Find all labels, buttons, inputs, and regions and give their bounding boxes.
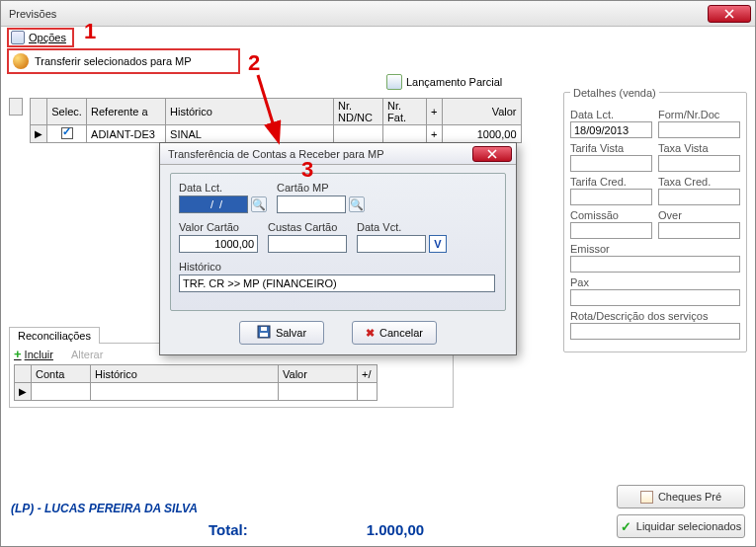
cancelar-button[interactable]: ✖ Cancelar (352, 321, 437, 345)
recon-row-marker: ▶ (15, 383, 32, 401)
close-button[interactable] (708, 5, 751, 23)
annotation-3: 3 (301, 157, 313, 183)
opcoes-button[interactable]: Opções (7, 28, 74, 47)
annotation-2: 2 (248, 50, 260, 76)
annotation-1: 1 (84, 19, 96, 44)
cell-plus: + (427, 125, 442, 143)
opcoes-label: Opções (29, 32, 66, 43)
col-historico[interactable]: Histórico (166, 99, 334, 125)
modal-data-vct-input[interactable] (357, 235, 426, 253)
rota-label: Rota/Descrição dos serviços (570, 310, 740, 322)
recon-title: Reconciliações (9, 327, 100, 344)
cancel-icon: ✖ (366, 327, 375, 340)
comissao-input[interactable] (570, 222, 652, 239)
tarifa-cred-input[interactable] (570, 189, 652, 205)
tarifa-vista-label: Tarifa Vista (570, 142, 652, 154)
checkbox-icon[interactable] (61, 127, 73, 139)
liquidar-button[interactable]: ✓ Liquidar selecionados (617, 514, 745, 538)
modal-valor-cartao-input[interactable] (179, 235, 258, 253)
document-icon (11, 31, 25, 44)
tarifa-cred-label: Tarifa Cred. (570, 176, 652, 188)
recon-col-conta[interactable]: Conta (32, 365, 91, 383)
cheques-pre-button[interactable]: Cheques Pré (617, 485, 745, 508)
lancamento-parcial-button[interactable]: Lançamento Parcial (386, 74, 502, 90)
grid-toggle-icon[interactable] (9, 98, 23, 116)
salvar-button[interactable]: Salvar (239, 321, 324, 345)
incluir-button[interactable]: + Incluir (14, 347, 53, 361)
taxa-vista-label: Taxa Vista (658, 142, 740, 154)
transferir-label: Transferir selecionados para MP (35, 55, 192, 67)
detalhes-title: Detalhes (venda) (570, 87, 659, 99)
modal-valor-cartao-label: Valor Cartão (179, 221, 258, 233)
cell-nrfat (383, 125, 427, 143)
incluir-label: Incluir (25, 349, 53, 360)
over-input[interactable] (658, 222, 740, 239)
main-grid: Selec. Referente a Histórico Nr. ND/NC N… (9, 98, 543, 143)
emissor-input[interactable] (570, 256, 740, 273)
modal-cartao-label: Cartão MP (277, 182, 365, 194)
modal-historico-input[interactable] (179, 274, 495, 292)
close-icon (724, 9, 734, 19)
cheques-label: Cheques Pré (658, 491, 721, 503)
recon-grid: Conta Histórico Valor +/ ▶ (14, 364, 378, 401)
alterar-button: Alterar (71, 349, 103, 360)
comissao-label: Comissão (570, 209, 652, 221)
close-icon (487, 149, 497, 159)
taxa-cred-label: Taxa Cred. (658, 176, 740, 188)
cheque-icon (640, 491, 653, 504)
row-marker: ▶ (31, 125, 47, 143)
modal-fieldset: Data Lct. 🔍 Cartão MP 🔍 (170, 173, 506, 311)
lookup-icon[interactable]: 🔍 (349, 196, 365, 212)
data-lct-input[interactable] (570, 121, 652, 138)
col-ndnc[interactable]: Nr. ND/NC (334, 99, 383, 125)
v-button[interactable]: V (429, 235, 447, 253)
transferir-button[interactable]: Transferir selecionados para MP (7, 48, 240, 74)
recon-col-valor[interactable]: Valor (279, 365, 358, 383)
col-nrfat[interactable]: Nr. Fat. (383, 99, 427, 125)
modal-transferencia: Transferência de Contas a Receber para M… (159, 142, 517, 355)
modal-data-lct-input[interactable] (179, 195, 248, 213)
save-icon (257, 325, 271, 341)
rota-input[interactable] (570, 323, 740, 340)
cancelar-label: Cancelar (379, 327, 423, 339)
transferir-row: Transferir selecionados para MP (1, 48, 755, 74)
cell-selec[interactable] (47, 125, 87, 143)
modal-historico-label: Histórico (179, 261, 497, 273)
modal-data-vct-label: Data Vct. (357, 221, 447, 233)
cell-valor: 1000,00 (442, 125, 521, 143)
cell-ndnc (334, 125, 383, 143)
col-plus[interactable]: + (427, 99, 442, 125)
modal-titlebar: Transferência de Contas a Receber para M… (160, 143, 516, 165)
recon-col-plus[interactable]: +/ (358, 365, 378, 383)
col-selec[interactable]: Selec. (47, 99, 87, 125)
body-area: Lançamento Parcial Selec. Referente a Hi… (1, 74, 755, 151)
pax-input[interactable] (570, 289, 740, 306)
pax-label: Pax (570, 276, 740, 288)
col-referente[interactable]: Referente a (87, 99, 166, 125)
window-title: Previsões (9, 8, 56, 20)
modal-data-lct-label: Data Lct. (179, 182, 267, 194)
modal-custas-input[interactable] (268, 235, 347, 253)
form-input[interactable] (658, 121, 740, 138)
emissor-label: Emissor (570, 243, 740, 255)
taxa-cred-input[interactable] (658, 189, 740, 205)
main-window: Previsões Opções Transferir selecionados… (0, 0, 756, 547)
taxa-vista-input[interactable] (658, 155, 740, 172)
table-row[interactable]: ▶ ADIANT-DE3 SINAL + 1000,00 (31, 125, 521, 143)
modal-close-button[interactable] (472, 146, 512, 162)
titlebar: Previsões (1, 1, 755, 27)
data-lct-label: Data Lct. (570, 109, 652, 120)
modal-custas-label: Custas Cartão (268, 221, 347, 233)
tarifa-vista-input[interactable] (570, 155, 652, 172)
modal-cartao-input[interactable] (277, 195, 346, 213)
recon-row[interactable]: ▶ (15, 383, 378, 401)
col-valor[interactable]: Valor (442, 99, 521, 125)
lancamento-icon (386, 74, 402, 90)
svg-rect-2 (261, 327, 267, 331)
salvar-label: Salvar (276, 327, 306, 339)
lookup-icon[interactable]: 🔍 (251, 196, 267, 212)
total-value: 1.000,00 (367, 521, 424, 538)
toolbar: Opções (1, 27, 755, 48)
recon-col-historico[interactable]: Histórico (91, 365, 279, 383)
transfer-icon (13, 53, 29, 69)
